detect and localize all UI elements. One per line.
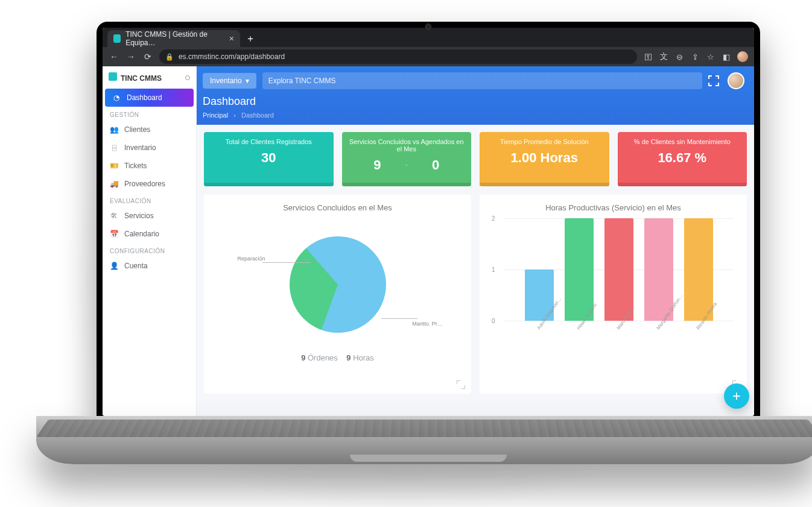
sidebar-item-inventario[interactable]: ⌸Inventario [103, 139, 196, 157]
x-tick-label: Ricardo Rivera [695, 327, 699, 330]
translate-icon[interactable]: 文 [659, 51, 668, 62]
kpi-value: 30 [209, 150, 329, 166]
stat-label: Órdenes [308, 353, 338, 362]
panel-title: Horas Productivas (Servicio) en el Mes [488, 203, 738, 212]
pie-label-reparacion: Reparación [238, 256, 265, 262]
gauge-icon: ◔ [112, 93, 121, 102]
forward-icon[interactable]: → [125, 52, 136, 61]
back-icon[interactable]: ← [109, 52, 119, 61]
bar[interactable] [565, 218, 594, 321]
bar[interactable] [644, 218, 673, 321]
sidebar: TINC CMMS ◔ Dashboard GESTIÓN 👥Clientes … [103, 66, 197, 416]
panel-servicios-concluidos: Servicios Concluidos en el Mes Reparació… [204, 195, 471, 394]
user-avatar[interactable] [728, 72, 744, 89]
box-icon: ⌸ [110, 143, 118, 152]
extensions-icon[interactable]: ◧ [722, 52, 731, 61]
stat-value: 9 [346, 353, 350, 362]
sidebar-item-tickets[interactable]: 🎫Tickets [103, 157, 196, 175]
brand-text: TINC CMMS [121, 74, 162, 83]
tab-title: TINC CMMS | Gestión de Equipa… [125, 30, 224, 47]
key-icon[interactable]: ⚿ [643, 52, 653, 61]
sidebar-section: CONFIGURACIÓN [103, 243, 196, 257]
sidebar-item-label: Clientes [124, 125, 150, 134]
inventory-dropdown[interactable]: Inventario ▾ [203, 73, 256, 89]
bar[interactable] [604, 218, 633, 321]
bar-chart: 012Adolfo Esquivel…Hisae SerranoMarcia G… [504, 218, 734, 351]
bookmark-icon[interactable]: ☆ [706, 52, 715, 61]
breadcrumb: Principal › Dashboard [203, 112, 744, 119]
sidebar-item-label: Servicios [124, 212, 154, 220]
sidebar-item-label: Calendario [124, 230, 159, 238]
stat-value: 9 [301, 353, 305, 362]
search-input[interactable]: Explora TINC CMMS [262, 72, 702, 89]
sidebar-item-servicios[interactable]: 🛠Servicios [103, 207, 196, 225]
panel-horas-productivas: Horas Productivas (Servicio) en el Mes 0… [480, 195, 747, 394]
logo-icon [109, 72, 117, 81]
panel-footer: 9 Órdenes 9 Horas [212, 353, 463, 362]
favicon [113, 34, 121, 43]
panel-title: Servicios Concluidos en el Mes [212, 203, 463, 212]
sidebar-item-clientes[interactable]: 👥Clientes [103, 121, 196, 139]
expand-icon[interactable] [457, 380, 465, 389]
sidebar-item-label: Inventario [124, 143, 156, 152]
kpi-value-a: 9 [373, 157, 381, 173]
kpi-servicios[interactable]: Servicios Concluidos vs Agendados en el … [342, 132, 472, 186]
browser-tab[interactable]: TINC CMMS | Gestión de Equipa… × [107, 30, 240, 47]
sidebar-item-dashboard[interactable]: ◔ Dashboard [105, 89, 194, 107]
bar[interactable] [684, 218, 713, 321]
address-bar[interactable]: 🔒 es.cmmstinc.com/app/dashboard [159, 49, 637, 64]
y-tick-label: 1 [492, 266, 495, 273]
search-placeholder: Explora TINC CMMS [268, 77, 336, 85]
x-tick-label: Hisae Serrano [576, 327, 580, 330]
crumb-current: Dashboard [241, 112, 274, 119]
new-tab-button[interactable]: ＋ [244, 32, 257, 45]
pie-chart: Reparación Mantto. Pr… [212, 218, 463, 351]
collapse-icon[interactable] [185, 75, 190, 80]
kpi-value-b: 0 [432, 157, 439, 173]
chevron-down-icon: ▾ [246, 77, 249, 85]
kpi-value: 16.67 % [623, 150, 743, 166]
kpi-pct[interactable]: % de Clientes sin Mantenimiento 16.67 % [618, 132, 747, 186]
x-tick-label: Marcia Gtz… [615, 327, 620, 330]
crumb-root[interactable]: Principal [203, 112, 228, 119]
kpi-tiempo[interactable]: Tiempo Promedio de Solución 1.00 Horas [480, 132, 609, 186]
close-icon[interactable]: × [229, 34, 234, 43]
sidebar-item-calendario[interactable]: 📅Calendario [103, 225, 196, 243]
kpi-title: Servicios Concluidos vs Agendados en el … [347, 138, 467, 153]
ticket-icon: 🎫 [110, 162, 118, 170]
lock-icon: 🔒 [165, 53, 174, 61]
kpi-row: Total de Clientes Registrados 30 Servici… [204, 132, 747, 186]
x-tick-label: Margarita Quiñon… [655, 327, 659, 330]
sidebar-item-cuenta[interactable]: 👤Cuenta [103, 257, 196, 275]
share-icon[interactable]: ⇪ [690, 52, 700, 61]
sidebar-item-label: Dashboard [127, 93, 162, 102]
separator: · [405, 160, 408, 171]
kpi-title: Total de Clientes Registrados [209, 138, 329, 145]
kpi-clientes[interactable]: Total de Clientes Registrados 30 [204, 132, 334, 186]
users-icon: 👥 [110, 125, 118, 134]
topbar: Inventario ▾ Explora TINC CMMS Das [197, 66, 754, 125]
profile-avatar-icon[interactable] [737, 51, 748, 62]
fullscreen-icon[interactable] [708, 75, 719, 86]
browser-tab-strip: TINC CMMS | Gestión de Equipa… × ＋ [103, 28, 754, 47]
x-tick-label: Adolfo Esquivel… [536, 327, 540, 330]
y-tick-label: 0 [492, 318, 495, 324]
sidebar-item-label: Cuenta [124, 262, 148, 270]
kpi-value: 1.00 Horas [484, 150, 604, 166]
sidebar-section: GESTIÓN [103, 107, 196, 121]
reload-icon[interactable]: ⟳ [142, 52, 153, 61]
sidebar-item-proveedores[interactable]: 🚚Proveedores [103, 175, 196, 193]
page-title: Dashboard [203, 95, 744, 108]
y-tick-label: 2 [492, 215, 495, 222]
browser-toolbar: ← → ⟳ 🔒 es.cmmstinc.com/app/dashboard ⚿ … [103, 47, 754, 66]
main: Inventario ▾ Explora TINC CMMS Das [197, 66, 754, 416]
pie-label-mantto: Mantto. Pr… [412, 321, 443, 327]
sidebar-item-label: Proveedores [124, 180, 165, 188]
kpi-title: Tiempo Promedio de Solución [484, 138, 604, 145]
user-icon: 👤 [110, 262, 118, 270]
chevron-right-icon: › [233, 112, 236, 119]
zoom-icon[interactable]: ⊖ [674, 52, 684, 61]
wrench-icon: 🛠 [110, 212, 118, 220]
sidebar-item-label: Tickets [124, 162, 147, 170]
fab-add-button[interactable]: + [724, 383, 749, 409]
